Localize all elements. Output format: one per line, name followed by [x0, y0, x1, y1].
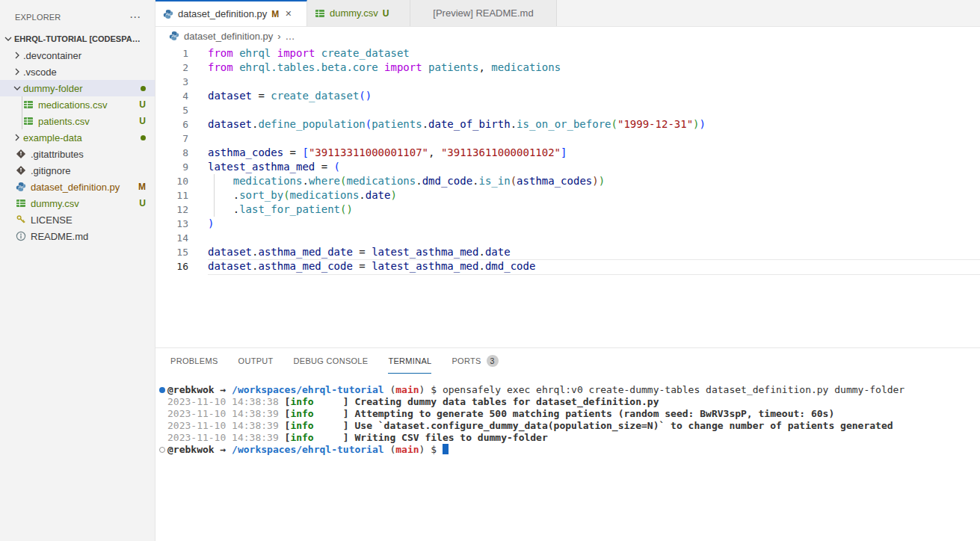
- explorer-title: EXPLORER: [15, 13, 61, 22]
- tab-dummy-csv[interactable]: dummy.csvU: [307, 0, 410, 26]
- code-line[interactable]: 2from ehrql.tables.beta.core import pati…: [155, 61, 980, 75]
- tree-item-dataset-definition-py[interactable]: dataset_definition.pyM: [0, 179, 155, 195]
- tree-item-label: LICENSE: [31, 214, 146, 226]
- terminal-command-decoration-icon[interactable]: [159, 387, 165, 393]
- code-line-content[interactable]: dataset.asthma_med_code = latest_asthma_…: [188, 259, 980, 273]
- code-line-content[interactable]: dataset = create_dataset(): [188, 89, 980, 103]
- chevron-right-icon[interactable]: [11, 50, 23, 61]
- chevron-down-icon[interactable]: [2, 34, 14, 44]
- code-line[interactable]: 5: [155, 103, 980, 117]
- terminal-line: @rebkwok → /workspaces/ehrql-tutorial (m…: [155, 384, 980, 396]
- info-icon: [15, 231, 27, 241]
- code-line[interactable]: 1from ehrql import create_dataset: [155, 46, 980, 61]
- license-icon: [15, 214, 27, 225]
- file-tree: EHRQL-TUTORIAL [CODESPACES:....devcontai…: [0, 31, 155, 244]
- chevron-right-icon[interactable]: [11, 132, 23, 143]
- terminal-line: 2023-11-10 14:38:39 [info ] Writing CSV …: [155, 432, 980, 444]
- tree-item-label: .vscode: [23, 67, 146, 78]
- close-icon[interactable]: ✕: [285, 9, 292, 19]
- code-line[interactable]: 8asthma_codes = ["39113311000001107", "3…: [155, 146, 980, 160]
- panel-tab-ports[interactable]: PORTS3: [452, 348, 498, 374]
- explorer-sidebar: EXPLORER ⋯ EHRQL-TUTORIAL [CODESPACES:..…: [0, 0, 155, 541]
- code-line-content[interactable]: latest_asthma_med = (: [188, 160, 980, 174]
- code-line[interactable]: 10 medications.where(medications.dmd_cod…: [155, 174, 980, 188]
- tree-item-label: medications.csv: [38, 99, 135, 111]
- code-line[interactable]: 14: [155, 231, 980, 245]
- breadcrumb-symbol[interactable]: …: [286, 31, 295, 42]
- tree-root-ehrql-tutorial-codespaces[interactable]: EHRQL-TUTORIAL [CODESPACES:...: [0, 31, 155, 47]
- tree-item-label: example-data: [23, 132, 136, 143]
- panel-tab-terminal[interactable]: TERMINAL: [388, 348, 431, 374]
- chevron-down-icon[interactable]: [11, 83, 23, 93]
- code-line-content[interactable]: from ehrql import create_dataset: [188, 46, 980, 61]
- csv-icon: [15, 198, 27, 208]
- code-line[interactable]: 6dataset.define_population(patients.date…: [155, 117, 980, 132]
- code-line[interactable]: 12 .last_for_patient(): [155, 203, 980, 217]
- code-line-content[interactable]: [188, 75, 980, 89]
- tab-git-status-badge: U: [383, 8, 389, 19]
- tab-bar: dataset_definition.pyM✕dummy.csvU[Previe…: [155, 0, 980, 27]
- tree-item-medications-csv[interactable]: medications.csvU: [0, 96, 155, 113]
- explorer-more-actions-icon[interactable]: ⋯: [129, 13, 141, 21]
- tab-label: dummy.csv: [330, 7, 378, 19]
- breadcrumb-file[interactable]: dataset_definition.py: [184, 31, 273, 42]
- panel-tab-output[interactable]: OUTPUT: [238, 348, 274, 374]
- panel-tab-problems[interactable]: PROBLEMS: [170, 348, 218, 374]
- code-line-content[interactable]: .last_for_patient(): [188, 203, 980, 217]
- code-line[interactable]: 3: [155, 75, 980, 89]
- terminal-line: 2023-11-10 14:38:39 [info ] Attempting t…: [155, 408, 980, 420]
- tree-item-example-data[interactable]: example-data: [0, 129, 155, 146]
- code-editor[interactable]: 1from ehrql import create_dataset2from e…: [155, 45, 980, 348]
- code-line-content[interactable]: .sort_by(medications.date): [188, 188, 980, 203]
- code-line-content[interactable]: [188, 132, 980, 146]
- code-line[interactable]: 9latest_asthma_med = (: [155, 160, 980, 174]
- tree-item-patients-csv[interactable]: patients.csvU: [0, 113, 155, 129]
- code-line[interactable]: 16dataset.asthma_med_code = latest_asthm…: [155, 259, 980, 273]
- code-line-content[interactable]: dataset.asthma_med_date = latest_asthma_…: [188, 245, 980, 259]
- code-line[interactable]: 11 .sort_by(medications.date): [155, 188, 980, 203]
- tree-item-readme-md[interactable]: README.md: [0, 228, 155, 244]
- tab-dataset-definition-py[interactable]: dataset_definition.pyM✕: [155, 0, 307, 26]
- terminal[interactable]: @rebkwok → /workspaces/ehrql-tutorial (m…: [155, 384, 980, 541]
- code-line-content[interactable]: from ehrql.tables.beta.core import patie…: [188, 61, 980, 75]
- line-number: 8: [155, 146, 188, 160]
- tree-item-label: dataset_definition.py: [31, 182, 134, 193]
- terminal-command-decoration-icon[interactable]: [159, 447, 165, 453]
- tree-item-dummy-csv[interactable]: dummy.csvU: [0, 195, 155, 211]
- code-line[interactable]: 7: [155, 132, 980, 146]
- tree-item-label: README.md: [31, 231, 146, 242]
- tree-item-gitignore[interactable]: .gitignore: [0, 162, 155, 179]
- git-untracked-dot-badge: [141, 86, 146, 91]
- tree-item-dummy-folder[interactable]: dummy-folder: [0, 80, 155, 96]
- tree-item-label: patients.csv: [38, 116, 135, 127]
- line-number: 13: [155, 217, 188, 231]
- code-line[interactable]: 4dataset = create_dataset(): [155, 89, 980, 103]
- tree-item-license[interactable]: LICENSE: [0, 211, 155, 228]
- code-line-content[interactable]: [188, 231, 980, 245]
- python-icon: [163, 9, 173, 19]
- code-line-content[interactable]: asthma_codes = ["39113311000001107", "39…: [188, 146, 980, 160]
- tree-item-label: .gitignore: [31, 165, 146, 176]
- bottom-panel: PROBLEMSOUTPUTDEBUG CONSOLETERMINALPORTS…: [155, 347, 980, 541]
- tab-preview-readme-md[interactable]: [Preview] README.md: [410, 0, 557, 26]
- code-line[interactable]: 15dataset.asthma_med_date = latest_asthm…: [155, 245, 980, 259]
- tree-item-gitattributes[interactable]: .gitattributes: [0, 146, 155, 162]
- terminal-cursor: [443, 444, 449, 454]
- code-line[interactable]: 13): [155, 217, 980, 231]
- code-line-content[interactable]: medications.where(medications.dmd_code.i…: [188, 174, 980, 188]
- git-status-badge: U: [139, 116, 146, 126]
- code-line-content[interactable]: [188, 103, 980, 117]
- breadcrumb-separator: ›: [277, 31, 280, 42]
- chevron-right-icon[interactable]: [11, 67, 23, 77]
- code-line-content[interactable]: dataset.define_population(patients.date_…: [188, 117, 980, 132]
- tree-item-vscode[interactable]: .vscode: [0, 64, 155, 80]
- line-number: 14: [155, 231, 188, 245]
- git-icon: [15, 149, 27, 159]
- tree-item-devcontainer[interactable]: .devcontainer: [0, 47, 155, 64]
- line-number: 7: [155, 132, 188, 146]
- git-status-badge: M: [138, 182, 146, 192]
- panel-tab-debug-console[interactable]: DEBUG CONSOLE: [294, 348, 369, 374]
- tree-item-label: dummy-folder: [23, 83, 136, 94]
- line-number: 16: [155, 259, 188, 273]
- code-line-content[interactable]: ): [188, 217, 980, 231]
